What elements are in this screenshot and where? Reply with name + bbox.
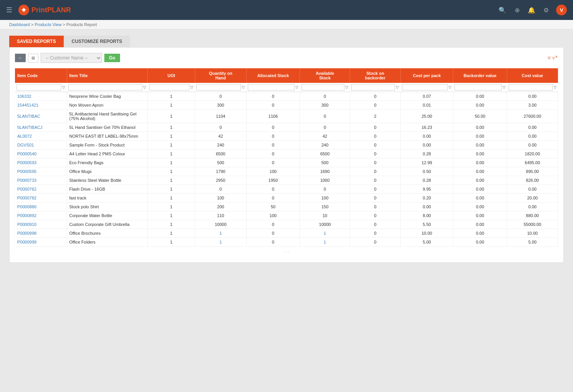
col-cost-per-pack: Cost per pack [400, 68, 453, 83]
customer-select[interactable]: -- Customer Name -- [41, 53, 102, 63]
table-body: 106332Neoprene Wine Cooler Bag100000.070… [15, 92, 558, 247]
table-row: P0000998Office Brochures1101010.000.0010… [15, 229, 558, 238]
products-table: Item Code Item Title UOI Quantity onHand… [15, 68, 558, 247]
filter-qty-hand[interactable] [196, 84, 241, 91]
filter-available[interactable] [301, 84, 345, 91]
filter-funnel-title: ▽ [143, 85, 146, 89]
filter-funnel-code: ▽ [62, 85, 65, 89]
filter-cost-pack[interactable] [402, 84, 448, 91]
filter-funnel-costval: ▽ [553, 85, 557, 89]
filter-cost-val[interactable] [509, 84, 553, 91]
back-button[interactable]: ← [15, 54, 26, 62]
col-cost-value: Cost value [507, 68, 558, 83]
logo-icon [18, 5, 29, 15]
col-available-stock: AvailableStock [300, 68, 350, 83]
toolbar: ← ⊞ -- Customer Name -- Go ▿ ▿✕ [15, 53, 558, 63]
table-filter-row: ▽ ▽ ▽ ▽ ▽ ▽ ▽ ▽ ▽ ▽ [15, 83, 558, 92]
filter-icon[interactable]: ▿ [548, 54, 551, 61]
add-icon[interactable]: ⊕ [512, 7, 522, 14]
hamburger-menu[interactable]: ☰ [6, 6, 12, 14]
table-row: P0000762Flash Drive - 16GB100009.950.000… [15, 185, 558, 194]
table-row: P0000999Office Folders110105.000.005.00 [15, 238, 558, 247]
table-wrap: Item Code Item Title UOI Quantity onHand… [15, 68, 558, 247]
breadcrumb: Dashboard > Products View > Products Rep… [0, 20, 573, 30]
filter-backorder[interactable] [351, 84, 395, 91]
search-icon[interactable]: 🔍 [498, 7, 507, 14]
col-qty-hand: Quantity onHand [195, 68, 246, 83]
col-backorder-value: Backorder value [453, 68, 507, 83]
filter-funnel-qty: ▽ [242, 85, 245, 89]
xls-button[interactable]: ⊞ [28, 54, 38, 63]
table-row: P0000540A4 Letter Head 2 PMS Colour16500… [15, 150, 558, 158]
table-row: P0000910Custom Corporate Gift Umbrella11… [15, 220, 558, 229]
table-row: P0000880Stock polo Shirt12005015000.000.… [15, 203, 558, 211]
table-header-row: Item Code Item Title UOI Quantity onHand… [15, 68, 558, 83]
logo-text: PrintPLANR [31, 6, 71, 14]
filter-item-code[interactable] [16, 84, 61, 91]
notification-icon[interactable]: 🔔 [527, 7, 536, 14]
navbar-right: 🔍 ⊕ 🔔 ⚙ V [498, 5, 567, 15]
tab-saved-reports[interactable]: SAVED REPORTS [9, 36, 64, 47]
table-row: P0000593Eco Friendly Bags15000500012.990… [15, 158, 558, 167]
filter-allocated[interactable] [248, 84, 295, 91]
table-row: AL0072NORTH EAST IBT LABEL-98x75mm142042… [15, 132, 558, 141]
filter-funnel-back: ▽ [396, 85, 399, 89]
col-item-code: Item Code [15, 68, 67, 83]
col-stock-backorder: Stock onbackorder [350, 68, 400, 83]
table-row: DGVS01Sample Form - Stock Product1240024… [15, 141, 558, 150]
breadcrumb-dashboard[interactable]: Dashboard [9, 22, 30, 27]
filter-backorder-val[interactable] [454, 84, 501, 91]
filter-uoi[interactable] [149, 84, 189, 91]
report-panel: ← ⊞ -- Customer Name -- Go ▿ ▿✕ Item Cod… [9, 47, 564, 263]
table-row: P0000595Office Mugs11790100169000.500.00… [15, 167, 558, 176]
main-content: SAVED REPORTS CUSTOMIZE REPORTS ← ⊞ -- C… [0, 30, 573, 269]
col-allocated-stock: Allocated Stock [246, 68, 300, 83]
settings-icon[interactable]: ⚙ [542, 7, 551, 14]
logo: PrintPLANR [18, 5, 71, 15]
filter-clear-icon[interactable]: ▿✕ [552, 55, 558, 61]
filter-funnel-avail: ▽ [345, 85, 348, 89]
filter-funnel-uoi: ▽ [190, 85, 193, 89]
col-uoi: UOI [148, 68, 195, 83]
breadcrumb-products-view[interactable]: Products View [35, 22, 61, 27]
tab-customize-reports[interactable]: CUSTOMIZE REPORTS [64, 36, 130, 47]
table-row: P0000733Stainless Steel Water Bottle1295… [15, 176, 558, 185]
table-row: P0000892Corporate Water Bottle1110100100… [15, 211, 558, 220]
filter-funnel-alloc: ▽ [295, 85, 298, 89]
table-row: 154451421Non Woven Apron1300030000.010.0… [15, 101, 558, 110]
table-row: 5LANTIBACJ5L Hand Sanitiser Gel 70% Etha… [15, 123, 558, 132]
table-row: 106332Neoprene Wine Cooler Bag100000.070… [15, 92, 558, 101]
avatar[interactable]: V [556, 5, 567, 15]
filter-item-title[interactable] [68, 84, 142, 91]
table-row: 5LANTIBAC5L Antibacterial Hand Sanitisin… [15, 110, 558, 123]
filter-funnel-backval: ▽ [502, 85, 505, 89]
pagination: · · · [15, 247, 558, 257]
filter-funnel-cost: ▽ [448, 85, 451, 89]
col-item-title: Item Title [67, 68, 148, 83]
go-button[interactable]: Go [104, 54, 120, 62]
navbar: ☰ PrintPLANR 🔍 ⊕ 🔔 ⚙ V [0, 0, 573, 20]
table-row: P0000782fast track1100010000.200.0020.00 [15, 194, 558, 203]
tabs: SAVED REPORTS CUSTOMIZE REPORTS [9, 36, 564, 47]
